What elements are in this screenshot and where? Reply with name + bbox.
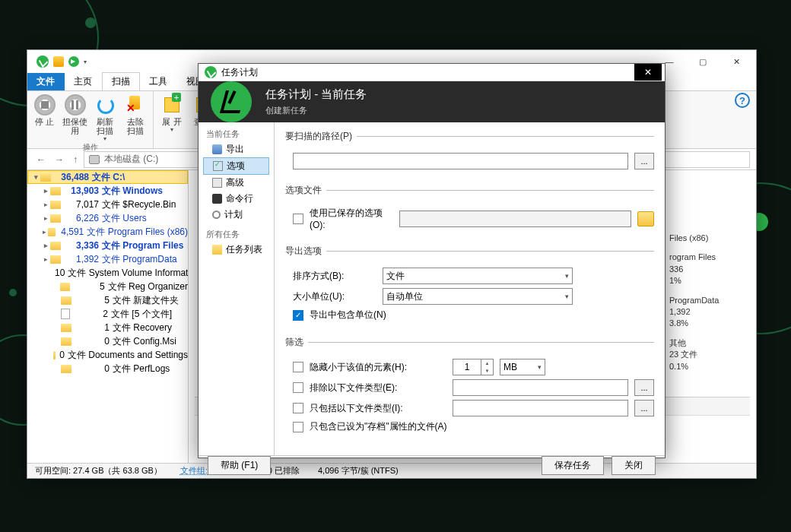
exclude-types-browse[interactable]: ... (634, 379, 654, 396)
tree-row[interactable]: ▸7,017 文件 $Recycle.Bin (27, 198, 188, 211)
include-types-browse[interactable]: ... (634, 400, 654, 416)
scan-path-input[interactable] (293, 153, 628, 169)
sidebar-item-options[interactable]: 选项 (203, 157, 269, 175)
use-saved-checkbox[interactable] (293, 214, 303, 224)
nav-forward[interactable]: → (52, 154, 67, 165)
task-plan-dialog: 任务计划 ✕ 任务计划 - 当前任务 创建新任务 当前任务 导出 选项 高级 命… (198, 63, 666, 458)
tree-row[interactable]: ▾36,488 文件 C:\ (27, 170, 188, 184)
tree-twisty[interactable]: ▸ (41, 242, 50, 249)
qat-icon-1[interactable] (53, 56, 64, 67)
hide-smaller-unit-select[interactable]: MB▾ (500, 359, 545, 375)
tree-twisty[interactable]: ▾ (31, 173, 40, 181)
expand-icon (161, 94, 183, 116)
options-file-input[interactable] (399, 211, 631, 227)
tree-row[interactable]: 2 文件 [5 个文件] (27, 307, 188, 321)
tree-twisty[interactable]: ▸ (41, 201, 50, 208)
use-saved-label: 使用已保存的选项(O): (310, 207, 393, 230)
hide-smaller-spinner[interactable]: ▲▼ (453, 359, 494, 375)
chart-legend: Files (x86)rogram Files3361%ProgramData1… (669, 233, 745, 380)
tab-scan[interactable]: 扫描 (102, 72, 140, 90)
hide-smaller-checkbox[interactable] (293, 362, 303, 372)
export-legend: 导出选项 (285, 245, 326, 258)
include-types-input[interactable] (453, 400, 628, 416)
include-types-checkbox[interactable] (293, 403, 303, 413)
folder-icon (40, 173, 51, 182)
sidebar-item-plan[interactable]: 计划 (203, 207, 269, 223)
sidebar-group-all: 所有任务 (203, 227, 269, 242)
cmdline-icon (212, 194, 222, 204)
tab-file[interactable]: 文件 (27, 73, 65, 90)
dialog-logo-icon (205, 66, 217, 78)
folder-icon (50, 214, 61, 223)
help-button[interactable]: 帮助 (F1) (208, 456, 271, 475)
exclude-types-checkbox[interactable] (293, 382, 303, 393)
tree-twisty[interactable]: ▸ (41, 228, 48, 236)
qat-icon-2[interactable] (68, 56, 79, 67)
qat-dropdown-icon[interactable]: ▾ (84, 59, 87, 65)
dialog-button-bar: 帮助 (F1) 保存任务 关闭 (199, 455, 665, 475)
scan-path-legend: 要扫描的路径(P) (285, 130, 357, 143)
options-file-browse-button[interactable] (637, 211, 654, 226)
spin-up[interactable]: ▲ (481, 359, 493, 367)
close-dialog-button[interactable]: 关闭 (612, 456, 656, 475)
help-button[interactable]: ? (735, 93, 750, 108)
include-unit-checkbox[interactable]: ✓ (293, 310, 303, 321)
archive-only-checkbox[interactable] (293, 422, 303, 432)
tree-row[interactable]: 0 文件 PerfLogs (27, 362, 188, 375)
remove-icon (125, 94, 146, 116)
close-button[interactable]: ✕ (720, 51, 753, 72)
sizeunit-select[interactable]: 自动单位▾ (383, 288, 573, 305)
tree-row[interactable]: 0 文件 Documents and Settings (27, 348, 188, 362)
tree-row[interactable]: ▸13,903 文件 Windows (27, 184, 188, 198)
tree-row[interactable]: 5 文件 Reg Organizer (27, 280, 188, 293)
folder-icon (48, 228, 56, 236)
folder-icon (61, 296, 71, 305)
refresh-scan-button[interactable]: 刷新 扫描▾ (93, 93, 119, 142)
tree-row[interactable]: 10 文件 System Volume Information (27, 266, 188, 280)
sidebar-item-export[interactable]: 导出 (203, 141, 269, 157)
chevron-down-icon: ▾ (538, 363, 542, 371)
folder-icon (61, 337, 71, 346)
tab-home[interactable]: 主页 (65, 73, 102, 90)
sortby-select[interactable]: 文件▾ (383, 268, 573, 284)
tree-twisty[interactable]: ▸ (41, 255, 50, 263)
pause-icon (65, 94, 86, 116)
tree-row[interactable]: ▸3,336 文件 Program Files (27, 239, 188, 252)
chevron-down-icon: ▾ (565, 272, 569, 280)
dialog-header-subtitle[interactable]: 创建新任务 (265, 105, 367, 116)
tree-row[interactable]: ▸4,591 文件 Program Files (x86) (27, 225, 188, 239)
tree-row[interactable]: ▸1,392 文件 ProgramData (27, 252, 188, 266)
archive-only-label: 只包含已设为"存档"属性的文件(A) (310, 420, 447, 433)
pause-button[interactable]: 担保使 用 (62, 93, 88, 135)
sidebar-item-cmdline[interactable]: 命令行 (203, 191, 269, 207)
tree-panel[interactable]: ▾36,488 文件 C:\▸13,903 文件 Windows▸7,017 文… (27, 170, 189, 463)
maximize-button[interactable]: ▢ (686, 51, 720, 72)
scan-path-browse-button[interactable]: ... (634, 153, 654, 169)
sidebar-item-tasklist[interactable]: 任务列表 (203, 242, 269, 258)
expand-button[interactable]: 展 开▾ (158, 93, 186, 133)
tree-row[interactable]: 0 文件 Config.Msi (27, 334, 188, 348)
nav-up[interactable]: ↑ (70, 154, 81, 165)
tree-twisty[interactable]: ▸ (41, 187, 50, 195)
folder-icon (50, 187, 61, 195)
remove-scan-button[interactable]: 去除 扫描 (122, 93, 148, 135)
tree-row[interactable]: ▸6,226 文件 Users (27, 211, 188, 225)
sidebar-item-advanced[interactable]: 高级 (203, 175, 269, 191)
include-types-label: 只包括以下文件类型(I): (310, 402, 446, 415)
tree-row[interactable]: 5 文件 新建文件夹 (27, 293, 188, 307)
dialog-close-button[interactable]: ✕ (634, 64, 662, 81)
exclude-types-input[interactable] (453, 379, 628, 396)
sizeunit-label: 大小单位(U): (293, 290, 376, 303)
save-task-button[interactable]: 保存任务 (542, 456, 604, 475)
tree-twisty[interactable]: ▸ (41, 214, 50, 222)
export-options-group: 导出选项 排序方式(B): 文件▾ 大小单位(U): 自动单位▾ ✓ 导出中包含… (285, 245, 654, 333)
stop-button[interactable]: 停 止 (32, 93, 58, 126)
file-icon (61, 309, 70, 319)
hide-smaller-value[interactable] (453, 359, 481, 375)
filter-legend: 筛选 (285, 336, 308, 349)
sidebar-group-current: 当前任务 (203, 127, 269, 141)
tree-row[interactable]: 1 文件 Recovery (27, 321, 188, 334)
spin-down[interactable]: ▼ (481, 367, 493, 375)
tab-tools[interactable]: 工具 (140, 73, 177, 90)
nav-back[interactable]: ← (33, 154, 49, 165)
